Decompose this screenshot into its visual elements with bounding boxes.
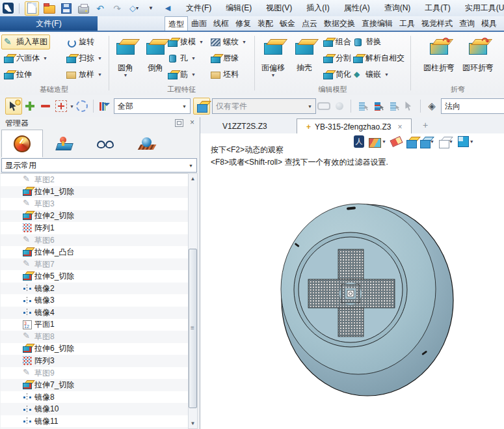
ribbon-tab[interactable]: 点云	[298, 16, 321, 31]
pick-list-button[interactable]	[354, 98, 370, 114]
ribbon-tab[interactable]: 视觉样式	[418, 16, 456, 31]
ribbon-tab[interactable]: 工具	[396, 16, 418, 31]
new-tab-button[interactable]: +	[423, 120, 428, 130]
qat-customize-button[interactable]: ▼	[144, 2, 157, 15]
entity-filter-combobox[interactable]: 仅有零件▼	[212, 98, 316, 114]
thread-button[interactable]: 螺纹▼	[208, 35, 249, 49]
ribbon-tab[interactable]: 线框	[210, 16, 232, 31]
add-selection-button[interactable]	[22, 98, 38, 114]
pick-list-all-button[interactable]	[386, 98, 401, 114]
open-file-button[interactable]	[43, 2, 56, 15]
menu-item[interactable]: 工具(T)	[425, 3, 450, 14]
tree-item[interactable]: 草图6	[1, 234, 188, 247]
tree-item[interactable]: 草图3	[1, 198, 188, 210]
measure-chain-button[interactable]	[316, 98, 332, 114]
appearance-button[interactable]: ▼	[369, 136, 386, 148]
tree-item[interactable]: 镜像4	[1, 307, 188, 319]
orientation-button[interactable]: ◈	[424, 98, 440, 114]
inlay-button[interactable]: 镶嵌▼	[351, 67, 391, 82]
app-logo-icon[interactable]	[3, 3, 14, 14]
save-button[interactable]	[60, 2, 73, 15]
menu-item[interactable]: 文件(F)	[186, 3, 211, 14]
shell-button[interactable]: 抽壳	[291, 34, 318, 92]
torus-bend-button[interactable]: ↷ 圆环折弯	[460, 34, 496, 92]
document-tab-yb315[interactable]: + YB-315-2fengzhao.Z3 ×	[297, 118, 412, 134]
tree-item[interactable]: 镜像8	[1, 391, 188, 404]
orientation-combobox[interactable]: 法向▼	[441, 98, 504, 114]
tree-item[interactable]: 阵列3	[1, 355, 188, 367]
tree-item[interactable]: 镜像10	[1, 403, 188, 415]
close-panel-button[interactable]: ×	[190, 119, 194, 126]
tree-item[interactable]: 拉伸7_切除	[1, 379, 188, 391]
tree-item[interactable]: 草图7	[1, 258, 188, 271]
resolve-self-intersection-button[interactable]: 解析自相交	[351, 51, 407, 66]
target-dropdown-button[interactable]: ◇▾	[127, 2, 140, 15]
tab-history-manager[interactable]	[1, 130, 43, 158]
ribbon-tab[interactable]: 曲面	[188, 16, 210, 31]
combine-button[interactable]: 组合	[321, 35, 354, 49]
graphics-viewport[interactable]: 按下<F2>动态的观察 <F8>或者<Shift-roll> 查找下一个有效的过…	[200, 133, 504, 429]
menu-item[interactable]: 视图(V)	[266, 3, 292, 14]
model-3d-cover-part[interactable]	[271, 199, 466, 402]
restore-panel-button[interactable]	[175, 119, 183, 127]
tree-item[interactable]: 镜像11	[1, 415, 188, 428]
tree-item[interactable]: 拉伸6_切除	[1, 343, 188, 355]
tree-item[interactable]: 阵列1	[1, 222, 188, 234]
tab-file[interactable]: 文件(F)	[0, 16, 98, 31]
tab-render-manager[interactable]	[126, 130, 168, 158]
shaded-view-button[interactable]: ▼	[420, 137, 434, 147]
cylinder-bend-button[interactable]: ↷ 圆柱折弯	[421, 34, 457, 92]
replace-button[interactable]: 替换	[351, 35, 384, 49]
display-filter-combobox[interactable]: 显示常用▼	[1, 158, 197, 173]
tree-item[interactable]: 镜像3	[1, 294, 188, 307]
tree-item[interactable]: 拉伸4_凸台	[1, 246, 188, 258]
ribbon-tab[interactable]: 钣金	[276, 16, 298, 31]
ribbon-tab[interactable]: 模具	[478, 16, 500, 31]
filter-scope-combobox[interactable]: 全部▼	[114, 98, 191, 114]
new-file-button[interactable]	[25, 1, 39, 16]
tab-visual-manager[interactable]	[85, 130, 126, 158]
menu-item[interactable]: 查询(N)	[384, 3, 411, 14]
rib-button[interactable]: 筋▼	[165, 67, 198, 82]
undo-button[interactable]: ↶	[94, 2, 107, 15]
tree-item[interactable]: 草图8	[1, 331, 188, 343]
ribbon-tab[interactable]: 装配	[254, 16, 276, 31]
collapse-button[interactable]: ◀	[161, 2, 174, 15]
sweep-button[interactable]: 扫掠▼	[64, 51, 105, 66]
pick-list-active-button[interactable]	[370, 98, 386, 114]
menu-item[interactable]: 插入(I)	[306, 3, 329, 14]
print-button[interactable]	[77, 2, 90, 15]
scroll-up-button[interactable]: ▲	[189, 174, 197, 184]
stock-button[interactable]: 坯料	[208, 67, 241, 82]
tree-item[interactable]: 平面1	[1, 319, 188, 331]
ribbon-tab[interactable]: 直接编辑	[358, 16, 396, 31]
erase-button[interactable]	[391, 138, 402, 145]
ribbon-tab[interactable]: 造型	[165, 16, 188, 31]
loft-button[interactable]: 放样▼	[64, 67, 105, 82]
draft-button[interactable]: 拔模▼	[165, 35, 206, 49]
wireframe-view-button[interactable]: ▼	[439, 137, 453, 147]
tree-item[interactable]: 草图2	[1, 174, 188, 186]
face-offset-button[interactable]: 面偏移 ▼	[257, 34, 289, 92]
tree-item[interactable]: 草图9	[1, 367, 188, 380]
lasso-select-button[interactable]	[74, 98, 90, 114]
ribbon-tab[interactable]: 修复	[232, 16, 254, 31]
tab-assembly-manager[interactable]	[43, 130, 85, 158]
measure-ball-button[interactable]	[332, 98, 347, 114]
datum-display-button[interactable]	[406, 137, 416, 147]
ribbon-tab[interactable]: 查询	[456, 16, 478, 31]
walkthrough-button[interactable]: 人	[354, 135, 364, 148]
scrollbar-thumb[interactable]	[189, 249, 197, 408]
window-add-button[interactable]	[53, 98, 69, 114]
fillet-button[interactable]: 圆角 ▼	[111, 34, 140, 92]
ribbon-tab[interactable]: 数据交换	[321, 16, 358, 31]
revolve-button[interactable]: 旋转	[64, 35, 97, 49]
close-tab-icon[interactable]: ×	[397, 122, 402, 131]
document-tab-v1zzt2s[interactable]: V1ZZT2S.Z3	[213, 118, 276, 133]
pick-smart-button[interactable]	[5, 98, 22, 115]
pick-last-button[interactable]	[401, 98, 417, 114]
scroll-down-button[interactable]: ▼	[189, 419, 197, 428]
box-button[interactable]: 六面体▼	[1, 51, 50, 66]
insert-sketch-button[interactable]: 插入草图	[1, 35, 50, 49]
pick-part-button[interactable]	[193, 98, 210, 115]
